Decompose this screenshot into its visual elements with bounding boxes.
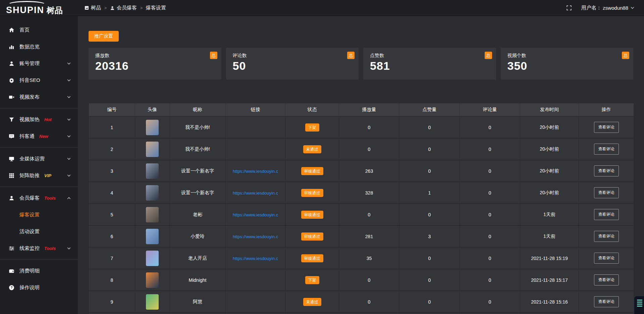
logo-text-cn: 树品 bbox=[47, 6, 63, 14]
sidebar-item-video-publish[interactable]: 视频发布 bbox=[0, 89, 78, 105]
stat-card: 播放数20316总 bbox=[89, 48, 221, 80]
table-row: 4设置一个新名字https://www.iesdouyin.c审核通过32810… bbox=[89, 182, 634, 204]
video-link[interactable]: https://www.iesdouyin.c bbox=[233, 234, 278, 239]
view-comments-button[interactable]: 查看评论 bbox=[594, 122, 619, 133]
link-cell: https://www.iesdouyin.c bbox=[226, 248, 285, 269]
sidebar-item-label: 抖客通 bbox=[19, 133, 35, 140]
sidebar-item-label: 视频加热 bbox=[19, 116, 40, 123]
table-row: 6小爱玲https://www.iesdouyin.c审核通过281301天前查… bbox=[89, 226, 634, 248]
video-link[interactable]: https://www.iesdouyin.c bbox=[233, 256, 278, 261]
sidebar-item-tag: VIP bbox=[44, 173, 51, 178]
action-cell: 查看评论 bbox=[579, 139, 634, 160]
comments-cell: 0 bbox=[460, 139, 520, 160]
chevron-down-icon bbox=[67, 157, 71, 161]
action-cell: 查看评论 bbox=[579, 182, 634, 204]
stat-card: 评论数50总 bbox=[226, 48, 359, 80]
status-badge: 下架 bbox=[305, 276, 319, 284]
video-link[interactable]: https://www.iesdouyin.c bbox=[233, 212, 278, 217]
time-cell: 20小时前 bbox=[520, 182, 579, 204]
column-header: 链接 bbox=[226, 103, 285, 117]
sidebar-item-clue-monitor[interactable]: 线索监控Tools bbox=[0, 240, 78, 257]
comments-cell: 0 bbox=[460, 160, 520, 182]
plays-cell: 0 bbox=[339, 204, 399, 226]
sidebar-item-label: 爆客设置 bbox=[19, 212, 40, 218]
chevron-down-icon bbox=[67, 246, 71, 251]
breadcrumb-label: 树品 bbox=[91, 5, 101, 11]
likes-cell: 0 bbox=[399, 204, 460, 226]
promo-settings-button[interactable]: 推广设置 bbox=[89, 31, 119, 42]
likes-cell: 0 bbox=[399, 291, 460, 313]
link-cell: https://www.iesdouyin.c bbox=[226, 226, 285, 248]
view-comments-button[interactable]: 查看评论 bbox=[594, 144, 619, 155]
table-body: 1我不是小帅!下架00020小时前查看评论2我不是小帅!未通过00020小时前查… bbox=[89, 117, 634, 314]
breadcrumb-item[interactable]: 会员爆客 bbox=[110, 5, 137, 11]
column-header: 编号 bbox=[89, 103, 135, 117]
video-table-wrap: 编号头像昵称链接状态播放量点赞量评论量发布时间操作1我不是小帅!下架00020小… bbox=[89, 103, 633, 314]
sidebar-item-data-overview[interactable]: 数据总览 bbox=[0, 38, 78, 55]
sidebar-item-media-operation[interactable]: 全媒体运营 bbox=[0, 150, 78, 167]
nickname-cell: 我不是小帅! bbox=[170, 117, 226, 139]
time-cell: 20小时前 bbox=[520, 117, 579, 139]
view-comments-button[interactable]: 查看评论 bbox=[594, 187, 619, 198]
sidebar-item-consumption-details[interactable]: 消费明细 bbox=[0, 262, 78, 279]
view-comments-button[interactable]: 查看评论 bbox=[594, 274, 619, 285]
breadcrumb-item[interactable]: 爆客设置 bbox=[146, 5, 166, 11]
link-cell bbox=[226, 117, 285, 139]
view-comments-button[interactable]: 查看评论 bbox=[594, 165, 619, 176]
column-header: 操作 bbox=[579, 103, 634, 117]
funnel-icon bbox=[9, 117, 15, 122]
table-row: 3设置一个新名字https://www.iesdouyin.c审核通过26300… bbox=[89, 160, 634, 182]
column-header: 评论量 bbox=[460, 103, 520, 117]
status-cell: 审核通过 bbox=[285, 160, 339, 182]
time-cell: 20小时前 bbox=[520, 139, 579, 160]
app-logo: SHUPIN 树品 bbox=[0, 0, 78, 16]
sidebar-item-douyin-seo[interactable]: 抖音SEO bbox=[0, 72, 78, 89]
row-id-cell: 6 bbox=[89, 226, 135, 248]
comments-cell: 0 bbox=[460, 248, 520, 269]
sidebar-item-home[interactable]: 首页 bbox=[0, 21, 78, 38]
plays-cell: 0 bbox=[339, 139, 399, 160]
likes-cell: 0 bbox=[399, 139, 460, 160]
breadcrumb-separator: > bbox=[104, 6, 107, 10]
row-id-cell: 4 bbox=[89, 182, 135, 204]
view-comments-button[interactable]: 查看评论 bbox=[594, 296, 619, 307]
view-comments-button[interactable]: 查看评论 bbox=[594, 253, 619, 264]
comments-cell: 0 bbox=[460, 291, 520, 313]
user-menu[interactable]: 用户名：zswodun88 bbox=[581, 5, 635, 11]
status-badge: 审核通过 bbox=[301, 167, 323, 175]
nickname-cell: 阿慧 bbox=[170, 291, 226, 313]
floating-widget[interactable] bbox=[634, 296, 644, 314]
breadcrumb-label: 会员爆客 bbox=[117, 5, 137, 11]
video-link[interactable]: https://www.iesdouyin.c bbox=[233, 191, 278, 196]
sidebar-item-video-heat[interactable]: 视频加热Hot bbox=[0, 111, 78, 128]
breadcrumb-user-icon bbox=[110, 6, 115, 10]
action-cell: 查看评论 bbox=[579, 204, 634, 226]
table-row: 2我不是小帅!未通过00020小时前查看评论 bbox=[89, 139, 634, 160]
table-header: 编号头像昵称链接状态播放量点赞量评论量发布时间操作 bbox=[89, 103, 634, 117]
column-header: 状态 bbox=[285, 103, 339, 117]
comment-icon bbox=[9, 134, 15, 139]
sidebar-item-operation-guide[interactable]: ?操作说明 bbox=[0, 279, 78, 296]
sidebar-item-account-management[interactable]: 账号管理 bbox=[0, 55, 78, 72]
table-row: 5老彬https://www.iesdouyin.c审核通过0001天前查看评论 bbox=[89, 204, 634, 226]
status-badge: 未通过 bbox=[303, 145, 321, 153]
sidebar-item-douketong[interactable]: 抖客通New bbox=[0, 128, 78, 145]
sidebar-item-matrix-boost[interactable]: 矩阵助推VIP bbox=[0, 167, 78, 184]
avatar-cell bbox=[135, 269, 170, 291]
username-value: zswodun88 bbox=[603, 5, 628, 11]
member-icon bbox=[9, 195, 15, 201]
video-link[interactable]: https://www.iesdouyin.c bbox=[233, 169, 278, 174]
sidebar-item-activity-settings[interactable]: 活动设置 bbox=[0, 223, 78, 240]
sidebar-item-baoke-settings[interactable]: 爆客设置 bbox=[0, 206, 78, 223]
fullscreen-icon[interactable] bbox=[566, 5, 572, 11]
avatar-cell bbox=[135, 182, 170, 204]
breadcrumb-item[interactable]: 树品 bbox=[85, 5, 101, 11]
view-comments-button[interactable]: 查看评论 bbox=[594, 231, 619, 242]
sidebar-item-member-baoke[interactable]: 会员爆客Tools bbox=[0, 190, 78, 206]
row-id-cell: 2 bbox=[89, 139, 135, 160]
status-cell: 下架 bbox=[285, 117, 339, 139]
plays-cell: 281 bbox=[339, 226, 399, 248]
view-comments-button[interactable]: 查看评论 bbox=[594, 209, 619, 220]
comments-cell: 0 bbox=[460, 226, 520, 248]
link-cell bbox=[226, 291, 285, 313]
